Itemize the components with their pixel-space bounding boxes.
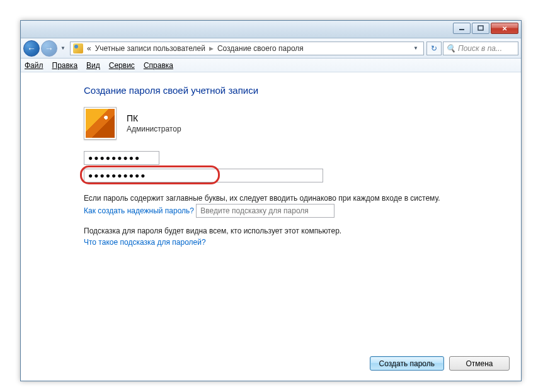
user-info: ПК Администратор — [84, 107, 483, 140]
strong-password-link[interactable]: Как создать надежный пароль? — [84, 206, 194, 215]
address-dropdown-icon[interactable]: ▼ — [411, 45, 421, 51]
titlebar: ✕ — [21, 21, 521, 38]
breadcrumb-create-password[interactable]: Создание своего пароля — [217, 44, 304, 53]
navigation-bar: ← → ▼ « Учетные записи пользователей ▶ С… — [21, 38, 521, 59]
page-title: Создание пароля своей учетной записи — [84, 85, 483, 96]
confirm-password-field[interactable] — [84, 169, 323, 182]
new-password-field[interactable] — [84, 151, 159, 165]
create-password-button[interactable]: Создать пароль — [370, 356, 444, 371]
maximize-button[interactable] — [472, 23, 489, 34]
close-button[interactable]: ✕ — [491, 23, 518, 34]
content-area: Создание пароля своей учетной записи ПК … — [21, 72, 521, 268]
control-panel-window: ✕ ← → ▼ « Учетные записи пользователей ▶… — [20, 20, 522, 381]
address-bar[interactable]: « Учетные записи пользователей ▶ Создани… — [70, 42, 424, 55]
back-button[interactable]: ← — [23, 40, 40, 57]
breadcrumb-prefix: « — [87, 44, 91, 53]
breadcrumb-user-accounts[interactable]: Учетные записи пользователей — [95, 44, 205, 53]
user-accounts-icon — [73, 43, 83, 53]
search-placeholder: Поиск в па... — [458, 44, 502, 53]
menu-bar: Файл Правка Вид Сервис Справка — [21, 59, 521, 72]
forward-button[interactable]: → — [41, 40, 57, 57]
svg-rect-0 — [459, 29, 464, 30]
caps-note: Если пароль содержит заглавные буквы, их… — [84, 194, 483, 203]
user-role: Администратор — [127, 125, 181, 133]
search-input[interactable]: 🔍 Поиск в па... — [443, 42, 518, 55]
nav-history-dropdown[interactable]: ▼ — [59, 45, 67, 51]
menu-help[interactable]: Справка — [144, 61, 173, 70]
search-icon: 🔍 — [446, 44, 455, 53]
menu-view[interactable]: Вид — [86, 61, 100, 70]
avatar — [84, 107, 117, 140]
chevron-right-icon: ▶ — [209, 45, 214, 52]
cancel-button[interactable]: Отмена — [449, 356, 510, 371]
button-bar: Создать пароль Отмена — [370, 356, 510, 371]
user-name: ПК — [127, 113, 181, 123]
menu-edit[interactable]: Правка — [52, 61, 78, 70]
svg-rect-1 — [478, 26, 483, 30]
hint-visibility-note: Подсказка для пароля будет видна всем, к… — [84, 227, 483, 235]
minimize-button[interactable] — [453, 23, 471, 34]
password-hint-help-link[interactable]: Что такое подсказка для паролей? — [84, 238, 206, 247]
password-hint-field[interactable] — [196, 204, 334, 218]
menu-tools[interactable]: Сервис — [109, 61, 135, 70]
refresh-button[interactable]: ↻ — [426, 42, 442, 55]
menu-file[interactable]: Файл — [25, 61, 43, 70]
